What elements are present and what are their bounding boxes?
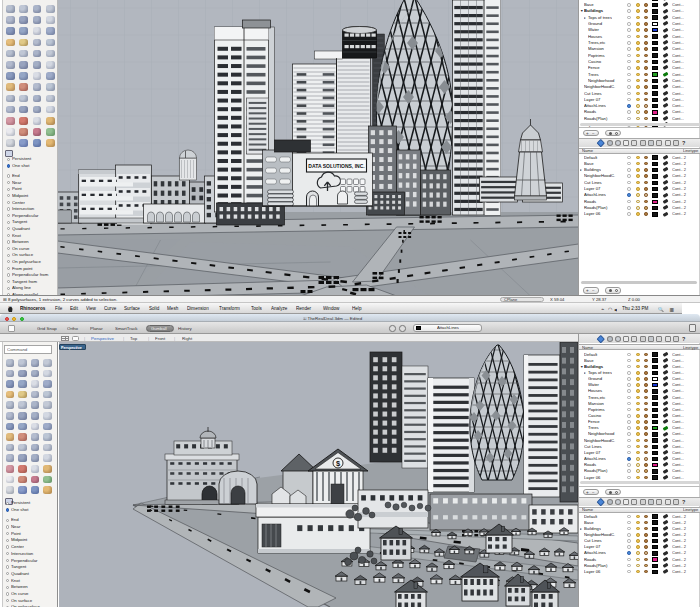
svg-text:DATA SOLUTIONS, INC.: DATA SOLUTIONS, INC. bbox=[308, 163, 365, 169]
